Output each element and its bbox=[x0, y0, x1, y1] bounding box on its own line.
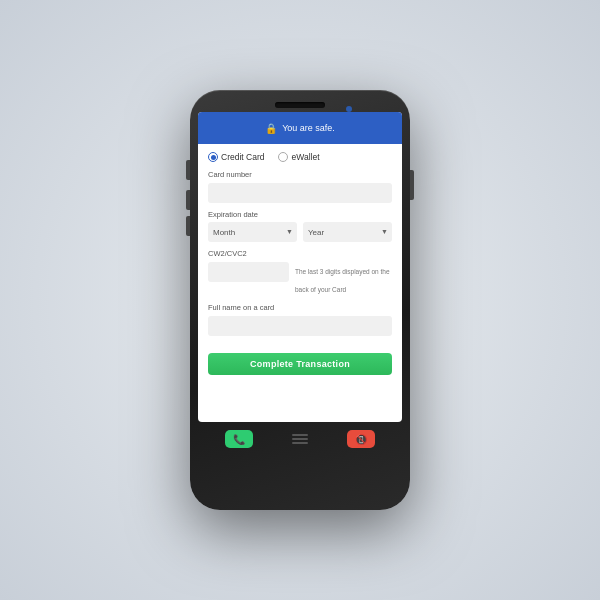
payment-form: Credit Card eWallet Card number Expirati… bbox=[198, 144, 402, 383]
complete-transaction-button[interactable]: Complete Transaction bbox=[208, 353, 392, 375]
end-call-button[interactable]: 📵 bbox=[347, 430, 375, 448]
call-button[interactable]: 📞 bbox=[225, 430, 253, 448]
cvc-label: CW2/CVC2 bbox=[208, 249, 392, 258]
end-call-icon: 📵 bbox=[355, 434, 367, 445]
screen-header: 🔒 You are safe. bbox=[198, 112, 402, 144]
full-name-input[interactable] bbox=[208, 316, 392, 336]
month-col: Month 010203 040506 070809 101112 ▼ bbox=[208, 221, 297, 243]
card-number-label: Card number bbox=[208, 170, 392, 179]
credit-card-radio[interactable] bbox=[208, 152, 218, 162]
ewallet-radio[interactable] bbox=[278, 152, 288, 162]
payment-method-selector: Credit Card eWallet bbox=[208, 152, 392, 162]
cvc-row: The last 3 digits displayed on the back … bbox=[208, 260, 392, 296]
cvc-input-col bbox=[208, 260, 289, 296]
power-button bbox=[410, 170, 414, 200]
phone-bottom-nav: 📞 📵 bbox=[198, 430, 402, 448]
year-select[interactable]: Year 202420252026 2027202820292030 bbox=[303, 222, 392, 242]
cvc-hint-col: The last 3 digits displayed on the back … bbox=[295, 260, 392, 296]
safe-text: You are safe. bbox=[282, 123, 335, 133]
month-wrapper: Month 010203 040506 070809 101112 ▼ bbox=[208, 221, 297, 243]
full-name-label: Full name on a card bbox=[208, 303, 392, 312]
full-name-field: Full name on a card bbox=[208, 303, 392, 346]
credit-card-option[interactable]: Credit Card bbox=[208, 152, 264, 162]
credit-card-label: Credit Card bbox=[221, 152, 264, 162]
card-number-field: Card number bbox=[208, 170, 392, 203]
hamburger-icon bbox=[292, 434, 308, 444]
phone-speaker bbox=[275, 102, 325, 108]
ewallet-label: eWallet bbox=[291, 152, 319, 162]
silent-button bbox=[186, 216, 190, 236]
card-number-input[interactable] bbox=[208, 183, 392, 203]
month-select[interactable]: Month 010203 040506 070809 101112 bbox=[208, 222, 297, 242]
expiration-label: Expiration date bbox=[208, 210, 392, 219]
expiration-row: Month 010203 040506 070809 101112 ▼ Year bbox=[208, 221, 392, 243]
lock-icon: 🔒 bbox=[265, 123, 277, 134]
ewallet-option[interactable]: eWallet bbox=[278, 152, 319, 162]
cvc-hint-text: The last 3 digits displayed on the back … bbox=[295, 268, 390, 293]
volume-down-button bbox=[186, 190, 190, 210]
call-icon: 📞 bbox=[233, 434, 245, 445]
year-col: Year 202420252026 2027202820292030 ▼ bbox=[303, 221, 392, 243]
phone-device: 🔒 You are safe. Credit Card eWallet Card… bbox=[190, 90, 410, 510]
phone-screen: 🔒 You are safe. Credit Card eWallet Card… bbox=[198, 112, 402, 422]
volume-up-button bbox=[186, 160, 190, 180]
menu-button[interactable] bbox=[286, 430, 314, 448]
cvc-input[interactable] bbox=[208, 262, 289, 282]
year-wrapper: Year 202420252026 2027202820292030 ▼ bbox=[303, 221, 392, 243]
